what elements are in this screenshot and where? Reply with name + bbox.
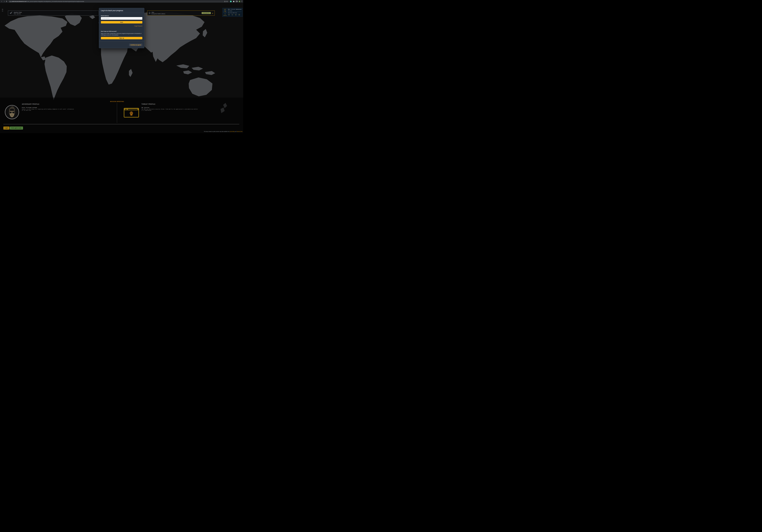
share-icon[interactable]: [224, 0, 226, 3]
adversary-description: Subject is well-known for targeting worl…: [22, 109, 74, 111]
syringe-injection-icon: [10, 11, 13, 15]
email-label: Email Address: [101, 15, 142, 17]
natural-earth-link[interactable]: Natural Earth: [237, 131, 243, 132]
java-cup-icon: [149, 12, 150, 15]
profile-avatar[interactable]: C: [239, 1, 240, 2]
threat-skull-browser-icon: [124, 108, 139, 118]
map-indonesia-3: [183, 70, 192, 74]
mission-briefing-title: MISSION BRIEFING: [110, 101, 124, 102]
browser-toolbar: portal.securecodewarrior.com/?utm_source…: [0, 0, 243, 3]
briefing-dim-overlay: [0, 98, 243, 133]
reload-icon[interactable]: [6, 1, 7, 2]
signup-heading: Don't have an SCW account?: [101, 31, 142, 32]
tools-icon: [235, 14, 237, 16]
category-title: Injection Flaws: [14, 12, 22, 13]
grammarly-extension-icon[interactable]: G: [230, 1, 232, 2]
portal-page: + − Injection Flaws SQL injection: [0, 3, 243, 133]
trophy-icon: [238, 14, 240, 16]
maturity-badges-row: [228, 14, 242, 16]
map-australia: [189, 77, 212, 96]
map-indonesia-1: [176, 64, 189, 68]
enter-game-mode-button[interactable]: Enter game mode: [10, 126, 23, 129]
threat-description: The IDS has detected a security threat. …: [141, 109, 199, 111]
menu-dots-icon[interactable]: [242, 0, 242, 3]
map-zoom-controls: + −: [2, 9, 3, 12]
threat-profile-heading: THREAT PROFILE: [141, 103, 155, 105]
attribution-and: and: [235, 131, 237, 132]
player-stats-panel: Level 0 0 Points Most Critical Weaknesse…: [222, 8, 243, 17]
category-subtitle: SQL injection: [14, 13, 22, 15]
extensions-puzzle-icon[interactable]: [233, 0, 235, 3]
weaknesses-title: Most Critical Weaknesses: [228, 9, 242, 10]
toolbar-right-icons: G C: [230, 0, 242, 3]
vulnerability-category-box: Injection Flaws SQL injection: [8, 11, 99, 16]
map-new-guinea: [205, 71, 215, 75]
accuracy-progress-bar: [228, 12, 241, 12]
adversary-avatar: [5, 105, 19, 119]
continue-as-guest-button[interactable]: Continue as guest: [129, 43, 142, 46]
side-panel-icon[interactable]: [236, 0, 237, 3]
signup-button[interactable]: Sign up: [101, 37, 142, 39]
back-icon[interactable]: [1, 1, 2, 2]
login-button[interactable]: Login: [3, 126, 9, 129]
graduation-cap-icon: [228, 14, 230, 16]
points-value: 0: [225, 14, 225, 15]
modal-header: Log in to track your progress: [99, 8, 144, 13]
next-button[interactable]: Next: [101, 21, 142, 24]
signup-text: Sign up for a free 14-day trial to track…: [101, 33, 142, 36]
lock-icon: [10, 0, 11, 3]
address-bar[interactable]: portal.securecodewarrior.com/?utm_source…: [8, 0, 229, 2]
modal-footer: Continue as guest: [99, 41, 144, 48]
level-label: Level: [224, 9, 226, 10]
url-text: portal.securecodewarrior.com/?utm_source…: [11, 1, 224, 2]
level-column: Level 0 0 Points: [222, 8, 228, 17]
login-modal: Log in to track your progress Email Addr…: [99, 8, 144, 48]
url-path: /?utm_source=partner-integration:mend&pa…: [26, 1, 84, 2]
level-ring-notch: [225, 10, 225, 10]
level-progress-ring: 0: [223, 10, 227, 13]
forgot-password-link[interactable]: Forgot Password: [134, 26, 142, 27]
remembered-badge: REMEMBERED: [202, 12, 211, 14]
maturity-label: Security Maturity: [228, 12, 242, 13]
url-domain: portal.securecodewarrior.com: [11, 1, 26, 2]
adversary-alias: Alias: Firstname Lastname: [22, 107, 37, 108]
forward-icon[interactable]: [4, 1, 5, 2]
language-selector-box[interactable]: Java Enterprise Edition (Basic) REMEMBER…: [147, 11, 215, 16]
threat-name: SQL injection: [141, 107, 149, 108]
points-label: Points: [223, 15, 227, 16]
map-central-america: [41, 56, 46, 60]
chevron-down-icon[interactable]: [212, 12, 213, 15]
attribution-text: This map is based on public domain map d…: [204, 131, 230, 132]
lightbulb-icon: [231, 14, 233, 16]
map-iceland: [89, 15, 95, 19]
map-zoom-in-button[interactable]: +: [2, 9, 3, 10]
email-field[interactable]: [101, 17, 142, 20]
map-zoom-out-button[interactable]: −: [2, 10, 3, 12]
weaknesses-column: Most Critical Weaknesses Accuracy Securi…: [228, 8, 243, 17]
language-title: Java: [151, 12, 165, 13]
accuracy-label: Accuracy: [228, 10, 242, 11]
level-value: 0: [224, 11, 226, 13]
map-indonesia-2: [191, 67, 203, 70]
briefing-divider-dashed: [117, 103, 117, 123]
map-madagascar: [129, 69, 133, 77]
modal-body: Email Address Next Forgot Password Don't…: [99, 13, 144, 39]
map-attribution: This map is based on public domain map d…: [204, 131, 243, 132]
adversary-profile-heading: ADVERSARY PROFILE: [22, 103, 39, 105]
bookmark-star-icon[interactable]: [226, 0, 228, 3]
jvectormap-link[interactable]: jVectorMap: [230, 131, 235, 132]
modal-title: Log in to track your progress: [101, 10, 142, 11]
map-japan: [203, 29, 207, 38]
screen: portal.securecodewarrior.com/?utm_source…: [0, 0, 243, 133]
map-north-america: [5, 16, 67, 57]
map-south-america: [44, 55, 67, 100]
language-subtitle: Enterprise Edition (Basic): [151, 13, 165, 15]
